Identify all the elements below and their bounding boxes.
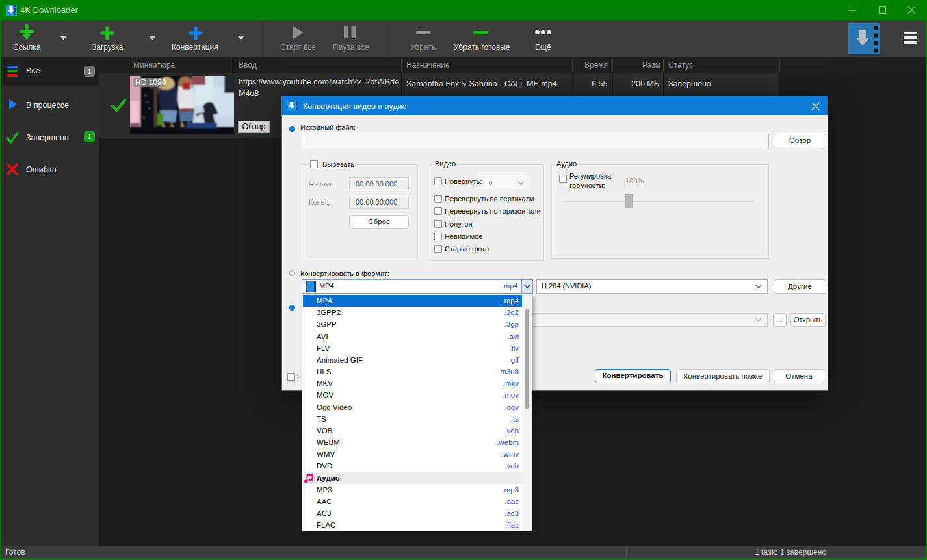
svg-text:HD 1080: HD 1080 [135,78,166,87]
